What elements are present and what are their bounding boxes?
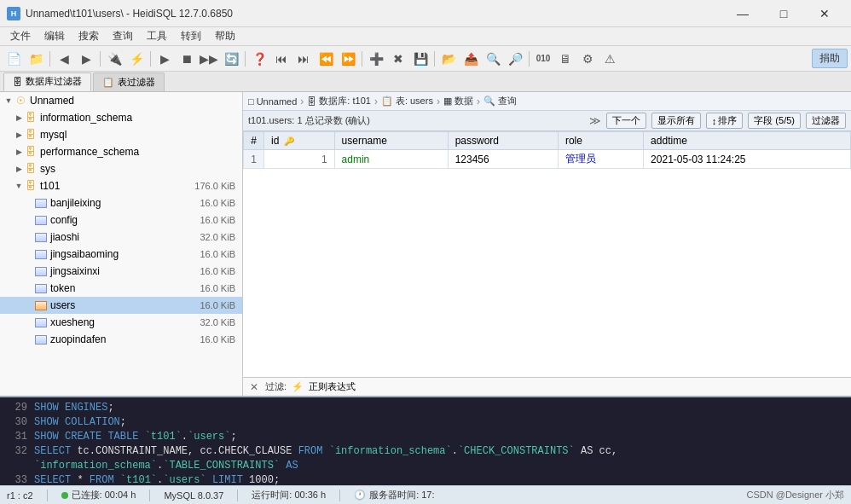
toolbar-last-btn[interactable]: ⏩ (338, 49, 358, 69)
toolbar-prev-btn[interactable]: ⏮ (271, 49, 292, 69)
breadcrumb-data[interactable]: ▦ 数据 (443, 95, 473, 107)
donate-button[interactable]: 捐助 (812, 49, 848, 68)
breadcrumb-data-icon: ▦ (443, 96, 452, 107)
arrow-sys: ▶ (14, 165, 24, 173)
linenum-29: 29 (7, 401, 27, 415)
filter-close-button[interactable]: ✕ (248, 381, 260, 393)
toolbar-code-btn[interactable]: 010 (533, 49, 553, 69)
minimize-button[interactable]: — (723, 0, 762, 27)
col-id[interactable]: id 🔑 (264, 132, 335, 150)
connection-dot (61, 492, 68, 499)
toolbar-extra-btn[interactable]: ⚙ (577, 49, 598, 69)
toolbar-search-btn[interactable]: 🔍 (483, 49, 503, 69)
toolbar-help-btn[interactable]: ❓ (249, 49, 269, 69)
sort-button[interactable]: ↕ 排序 (706, 113, 744, 129)
toolbar-first-btn[interactable]: ⏪ (316, 49, 336, 69)
toolbar-disconnect-btn[interactable]: ⚡ (126, 49, 147, 69)
data-toolbar-right: ≫ 下一个 显示所有 ↕ 排序 字段 (5/5) 过滤器 (589, 113, 846, 129)
sidebar-item-mysql[interactable]: ▶ 🗄 mysql (0, 126, 242, 143)
breadcrumb-database[interactable]: 🗄 数据库: t101 (307, 95, 371, 107)
size-jiaoshi: 32.0 KiB (200, 232, 239, 242)
filter-label: 过滤: (265, 380, 287, 393)
table-body: 1 1 admin 123456 管理员 2021-05-03 11:24:25 (244, 150, 851, 169)
toolbar-sep-5 (362, 51, 362, 67)
col-username[interactable]: username (334, 132, 448, 150)
breadcrumb-table-icon: 📋 (381, 96, 393, 107)
sidebar-item-sys[interactable]: ▶ 🗄 sys (0, 160, 242, 177)
toolbar-stop-btn[interactable]: ⏹ (177, 49, 197, 69)
icon-jingsaibaoming (34, 248, 48, 260)
menu-edit[interactable]: 编辑 (38, 27, 72, 45)
fields-button[interactable]: 字段 (5/5) (748, 113, 801, 129)
tree-root[interactable]: ▼ ☉ Unnamed (0, 92, 242, 109)
sidebar-item-jiaoshi[interactable]: jiaoshi 32.0 KiB (0, 229, 242, 246)
breadcrumb-table[interactable]: 📋 表: users (381, 95, 433, 107)
root-label: Unnamed (30, 95, 239, 107)
linenum-30: 30 (7, 415, 27, 430)
menu-search[interactable]: 搜索 (72, 27, 106, 45)
sidebar-item-jingsaibaoming[interactable]: jingsaibaoming 16.0 KiB (0, 246, 242, 263)
menu-query[interactable]: 查询 (106, 27, 140, 45)
toolbar-open-btn[interactable]: 📁 (26, 49, 46, 69)
sidebar-item-jingsaixinxi[interactable]: jingsaixinxi 16.0 KiB (0, 263, 242, 280)
toolbar-view-btn[interactable]: 🖥 (555, 49, 576, 69)
toolbar-refresh-btn[interactable]: 🔄 (221, 49, 241, 69)
label-performance-schema: performance_schema (40, 146, 239, 158)
toolbar-add-btn[interactable]: ➕ (366, 49, 386, 69)
sidebar-item-performance-schema[interactable]: ▶ 🗄 performance_schema (0, 143, 242, 160)
tab-table-filter[interactable]: 📋 表过滤器 (93, 72, 165, 91)
sidebar-item-information-schema[interactable]: ▶ 🗄 information_schema (0, 109, 242, 126)
toolbar-zoom-btn[interactable]: 🔎 (505, 49, 525, 69)
menu-goto[interactable]: 转到 (174, 27, 208, 45)
menu-help[interactable]: 帮助 (208, 27, 242, 45)
table-row[interactable]: 1 1 admin 123456 管理员 2021-05-03 11:24:25 (244, 150, 851, 169)
menu-bar: 文件 编辑 搜索 查询 工具 转到 帮助 (0, 27, 851, 46)
sidebar-item-banjileixing[interactable]: banjileixing 16.0 KiB (0, 194, 242, 211)
toolbar-del-btn[interactable]: ✖ (388, 49, 408, 69)
filter-button[interactable]: 过滤器 (806, 113, 846, 129)
breadcrumb-unnamed-icon: □ (248, 96, 254, 107)
sidebar-item-zuopindafen[interactable]: zuopindafen 16.0 KiB (0, 331, 242, 348)
toolbar-warn-btn[interactable]: ⚠ (599, 49, 620, 69)
toolbar-file-btn[interactable]: 📂 (438, 49, 459, 69)
filter-regex-icon: ⚡ (292, 381, 304, 392)
maximize-button[interactable]: □ (764, 0, 803, 27)
show-all-button[interactable]: 显示所有 (651, 113, 701, 129)
toolbar-save-btn[interactable]: 💾 (410, 49, 431, 69)
size-users: 16.0 KiB (200, 300, 239, 310)
status-sep-3 (237, 490, 238, 501)
next-button[interactable]: 下一个 (606, 113, 646, 129)
sql-line-30: 30 SHOW COLLATION; (7, 415, 844, 430)
breadcrumb-query[interactable]: 🔍 查询 (483, 95, 517, 107)
menu-tools[interactable]: 工具 (140, 27, 174, 45)
toolbar-back-btn[interactable]: ◀ (54, 49, 74, 69)
label-jiaoshi: jiaoshi (50, 231, 200, 243)
sidebar-item-users[interactable]: users 16.0 KiB (0, 297, 242, 314)
tab-db-filter[interactable]: 🗄 数据库过滤器 (3, 72, 91, 91)
col-password[interactable]: password (448, 132, 558, 150)
toolbar-run-btn[interactable]: ▶ (154, 49, 175, 69)
label-sys: sys (40, 163, 239, 175)
toolbar-connect-btn[interactable]: 🔌 (104, 49, 124, 69)
sidebar-item-xuesheng[interactable]: xuesheng 32.0 KiB (0, 314, 242, 331)
toolbar-forward-btn[interactable]: ▶ (76, 49, 96, 69)
record-info: t101.users: 1 总记录数 (确认) (248, 114, 370, 127)
icon-information-schema: 🗄 (24, 112, 38, 124)
close-button[interactable]: ✕ (805, 0, 844, 27)
content-breadcrumb: □ Unnamed › 🗄 数据库: t101 › 📋 表: users › ▦… (243, 92, 851, 111)
menu-file[interactable]: 文件 (3, 27, 38, 45)
sidebar-item-t101[interactable]: ▼ 🗄 t101 176.0 KiB (0, 177, 242, 194)
toolbar-run-sel-btn[interactable]: ▶▶ (199, 49, 219, 69)
cursor-position: r1 : c2 (7, 490, 33, 501)
toolbar-new-btn[interactable]: 📄 (3, 49, 24, 69)
sql-editor[interactable]: 29 SHOW ENGINES; 30 SHOW COLLATION; 31 S… (0, 397, 851, 485)
toolbar-sep-4 (245, 51, 246, 67)
toolbar-export-btn[interactable]: 📤 (460, 49, 481, 69)
cell-role: 管理员 (558, 150, 643, 169)
toolbar-next-btn[interactable]: ⏭ (293, 49, 314, 69)
sidebar-item-token[interactable]: token 16.0 KiB (0, 280, 242, 297)
sidebar-item-config[interactable]: config 16.0 KiB (0, 211, 242, 229)
breadcrumb-unnamed[interactable]: □ Unnamed (248, 96, 297, 107)
col-role[interactable]: role (558, 132, 643, 150)
col-addtime[interactable]: addtime (644, 132, 851, 150)
